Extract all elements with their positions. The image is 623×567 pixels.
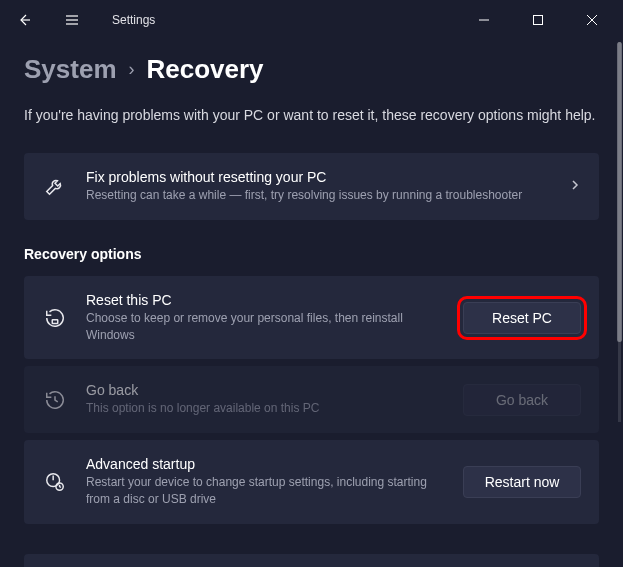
app-title: Settings [112, 13, 155, 27]
card-action: Reset PC [463, 302, 581, 334]
titlebar: Settings [0, 0, 623, 40]
fix-problems-title: Fix problems without resetting your PC [86, 169, 551, 185]
breadcrumb-parent[interactable]: System [24, 54, 117, 85]
close-button[interactable] [569, 4, 615, 36]
wrench-icon [42, 173, 68, 199]
reset-pc-button[interactable]: Reset PC [463, 302, 581, 334]
go-back-button: Go back [463, 384, 581, 416]
chevron-right-icon: › [129, 59, 135, 80]
content: System › Recovery If you're having probl… [0, 40, 623, 567]
arrow-left-icon [16, 12, 32, 28]
recovery-options-heading: Recovery options [24, 246, 599, 262]
card-text: Fix problems without resetting your PC R… [86, 169, 551, 204]
maximize-icon [533, 15, 543, 25]
advanced-startup-card: Advanced startup Restart your device to … [24, 440, 599, 524]
fix-problems-subtitle: Resetting can take a while — first, try … [86, 187, 551, 204]
svg-rect-7 [52, 319, 58, 323]
breadcrumb: System › Recovery [24, 54, 599, 85]
history-icon [42, 387, 68, 413]
minimize-icon [479, 15, 489, 25]
scrollbar-thumb[interactable] [617, 42, 622, 342]
power-settings-icon [42, 469, 68, 495]
go-back-subtitle: This option is no longer available on th… [86, 400, 445, 417]
page-description: If you're having problems with your PC o… [24, 107, 599, 123]
card-text: Go back This option is no longer availab… [86, 382, 445, 417]
menu-button[interactable] [56, 4, 88, 36]
reset-pc-card: Reset this PC Choose to keep or remove y… [24, 276, 599, 360]
go-back-card: Go back This option is no longer availab… [24, 366, 599, 433]
svg-rect-4 [534, 16, 543, 25]
reset-pc-subtitle: Choose to keep or remove your personal f… [86, 310, 445, 344]
card-text: Advanced startup Restart your device to … [86, 456, 445, 508]
maximize-button[interactable] [515, 4, 561, 36]
window-controls [461, 4, 615, 36]
restart-now-button[interactable]: Restart now [463, 466, 581, 498]
chevron-right-icon [569, 177, 581, 195]
titlebar-left: Settings [8, 4, 155, 36]
breadcrumb-current: Recovery [147, 54, 264, 85]
minimize-button[interactable] [461, 4, 507, 36]
recovery-options-list: Reset this PC Choose to keep or remove y… [24, 276, 599, 528]
reset-icon [42, 305, 68, 331]
reset-pc-title: Reset this PC [86, 292, 445, 308]
hamburger-icon [64, 12, 80, 28]
card-action: Go back [463, 384, 581, 416]
advanced-startup-subtitle: Restart your device to change startup se… [86, 474, 445, 508]
close-icon [587, 15, 597, 25]
card-text: Reset this PC Choose to keep or remove y… [86, 292, 445, 344]
fix-problems-card[interactable]: Fix problems without resetting your PC R… [24, 153, 599, 220]
go-back-title: Go back [86, 382, 445, 398]
back-button[interactable] [8, 4, 40, 36]
advanced-startup-title: Advanced startup [86, 456, 445, 472]
card-action: Restart now [463, 466, 581, 498]
card-stub [24, 554, 599, 567]
